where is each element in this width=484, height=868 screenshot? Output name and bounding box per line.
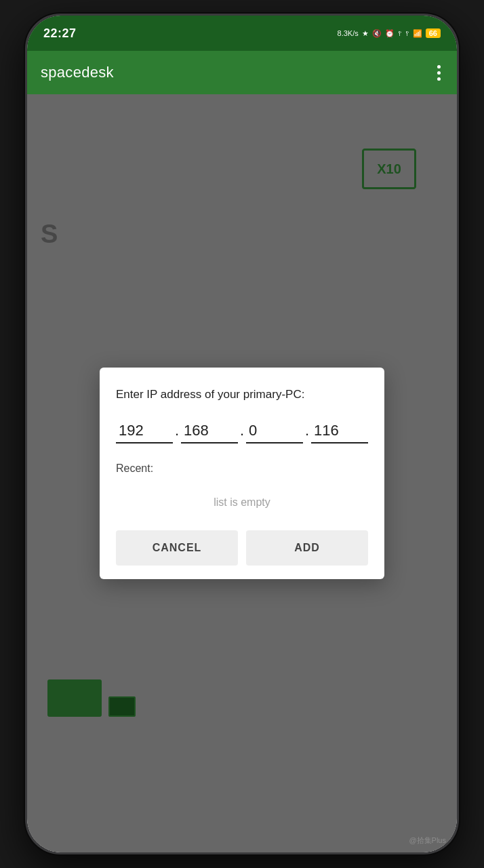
phone-frame: 22:27 8.3K/s ★ 🔇 ⏰ ⫯ ⫯ 📶 66 spacedesk — [25, 14, 459, 854]
status-time: 22:27 — [43, 26, 77, 41]
ip-octet3-field — [246, 419, 303, 443]
ip-octet1-field — [116, 419, 173, 443]
dialog-title: Enter IP address of your primary-PC: — [116, 387, 368, 403]
ip-octet2-field — [181, 419, 238, 443]
bluetooth-icon: ★ — [362, 29, 369, 38]
ip-dot-2: . — [238, 422, 246, 443]
recent-empty-message: list is empty — [116, 483, 368, 525]
background: X10 S Enter IP address of your primary-P… — [27, 94, 457, 852]
ip-octet4-field — [311, 419, 368, 443]
battery-icon: 66 — [426, 28, 441, 38]
dialog-buttons: CANCEL ADD — [116, 530, 368, 566]
ip-octet3-input[interactable] — [246, 419, 303, 443]
ip-dot-1: . — [173, 422, 181, 443]
ip-octet4-input[interactable] — [311, 419, 368, 443]
app-bar: spacedesk — [27, 51, 457, 94]
ip-dialog: Enter IP address of your primary-PC: . . — [100, 368, 384, 579]
wifi-icon: 📶 — [413, 29, 422, 38]
mute-icon: 🔇 — [372, 29, 382, 38]
cancel-button[interactable]: CANCEL — [116, 530, 238, 566]
alarm-icon: ⏰ — [385, 29, 395, 38]
recent-label: Recent: — [116, 462, 368, 475]
ip-octet2-input[interactable] — [181, 419, 238, 443]
dialog-overlay: Enter IP address of your primary-PC: . . — [27, 94, 457, 852]
more-vertical-icon[interactable] — [435, 62, 443, 83]
main-content: X10 S Enter IP address of your primary-P… — [27, 94, 457, 852]
signal-icon: ⫯ — [398, 29, 402, 37]
ip-inputs: . . . — [116, 419, 368, 443]
signal2-icon: ⫯ — [405, 29, 409, 37]
app-title: spacedesk — [41, 64, 114, 81]
ip-octet1-input[interactable] — [116, 419, 173, 443]
status-bar: 22:27 8.3K/s ★ 🔇 ⏰ ⫯ ⫯ 📶 66 — [27, 16, 457, 51]
screen: 22:27 8.3K/s ★ 🔇 ⏰ ⫯ ⫯ 📶 66 spacedesk — [27, 16, 457, 852]
add-button[interactable]: ADD — [246, 530, 368, 566]
data-speed: 8.3K/s — [338, 29, 359, 37]
ip-dot-3: . — [303, 422, 311, 443]
status-icons: 8.3K/s ★ 🔇 ⏰ ⫯ ⫯ 📶 66 — [338, 28, 441, 38]
